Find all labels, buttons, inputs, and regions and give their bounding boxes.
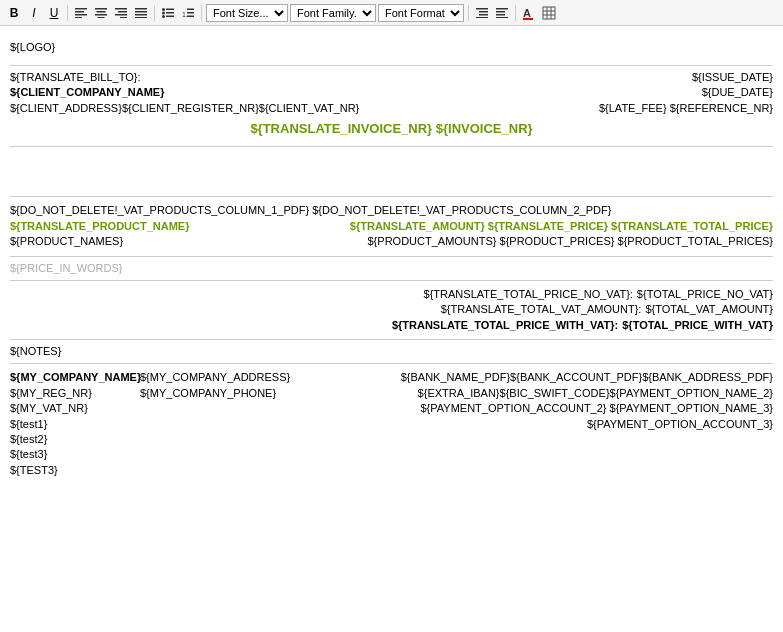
- total-vat-row: ${TRANSLATE_TOTAL_VAT_AMOUNT}: ${TOTAL_V…: [10, 302, 773, 317]
- svg-rect-23: [187, 8, 194, 10]
- separator-4: [468, 5, 469, 21]
- notes-section: ${NOTES}: [10, 340, 773, 364]
- align-left-button[interactable]: [72, 4, 90, 22]
- svg-rect-30: [496, 8, 508, 10]
- svg-point-16: [162, 8, 165, 11]
- my-vat-nr: ${MY_VAT_NR}: [10, 402, 88, 414]
- svg-text:A: A: [523, 7, 531, 19]
- text-color-button[interactable]: A: [520, 4, 538, 22]
- svg-rect-25: [187, 15, 194, 17]
- svg-rect-10: [115, 14, 127, 16]
- separator-2: [154, 5, 155, 21]
- content-area: ${LOGO} ${TRANSLATE_BILL_TO}: ${ISSUE_DA…: [0, 26, 783, 492]
- client-address: ${CLIENT_ADDRESS}${CLIENT_REGISTER_NR}${…: [10, 101, 359, 116]
- my-company-name: ${MY_COMPANY_NAME}: [10, 371, 141, 383]
- footer-col-1: ${MY_COMPANY_NAME} ${MY_REG_NR} ${MY_VAT…: [10, 370, 140, 478]
- test2: ${test2}: [10, 433, 47, 445]
- products-col1-header: ${DO_NOT_DELETE!_VAT_PRODUCTS_COLUMN_1_P…: [10, 203, 611, 218]
- footer-col-3: ${BANK_NAME_PDF}${BANK_ACCOUNT_PDF}${BAN…: [300, 370, 773, 478]
- svg-rect-5: [97, 11, 106, 13]
- align-center-button[interactable]: [92, 4, 110, 22]
- svg-point-20: [162, 15, 165, 18]
- logo-section: ${LOGO}: [10, 34, 773, 66]
- font-format-select[interactable]: Font Format: [378, 4, 464, 22]
- align-justify-button[interactable]: [132, 4, 150, 22]
- svg-rect-28: [479, 14, 488, 16]
- svg-rect-9: [118, 11, 127, 13]
- svg-rect-3: [75, 17, 82, 18]
- svg-rect-33: [496, 17, 508, 18]
- svg-rect-29: [476, 17, 488, 18]
- bank-name-pdf: ${BANK_NAME_PDF}${BANK_ACCOUNT_PDF}${BAN…: [401, 371, 773, 383]
- font-family-select[interactable]: Font Family.: [290, 4, 376, 22]
- list-ol-icon: 1.: [182, 8, 194, 18]
- bill-date-row: ${TRANSLATE_BILL_TO}: ${ISSUE_DATE}: [10, 70, 773, 85]
- svg-rect-15: [135, 17, 147, 18]
- billing-section: ${TRANSLATE_BILL_TO}: ${ISSUE_DATE} ${CL…: [10, 66, 773, 147]
- svg-rect-32: [496, 14, 505, 16]
- svg-rect-0: [75, 8, 87, 10]
- italic-button[interactable]: I: [25, 4, 43, 22]
- test1: ${test1}: [10, 418, 47, 430]
- svg-rect-1: [75, 11, 84, 13]
- table-button[interactable]: [540, 4, 558, 22]
- product-names: ${PRODUCT_NAMES}: [10, 234, 123, 249]
- late-ref: ${LATE_FEE} ${REFERENCE_NR}: [599, 101, 773, 116]
- svg-rect-13: [135, 11, 147, 13]
- TEST3: ${TEST3}: [10, 464, 58, 476]
- products-data-row: ${PRODUCT_NAMES} ${PRODUCT_AMOUNTS} ${PR…: [10, 234, 773, 249]
- align-right2-button[interactable]: [493, 4, 511, 22]
- payment-option-account-3: ${PAYMENT_OPTION_ACCOUNT_3}: [587, 418, 773, 430]
- svg-rect-31: [496, 11, 505, 13]
- my-reg-nr: ${MY_REG_NR}: [10, 387, 92, 399]
- my-company-phone: ${MY_COMPANY_PHONE}: [140, 387, 276, 399]
- footer-section: ${MY_COMPANY_NAME} ${MY_REG_NR} ${MY_VAT…: [10, 364, 773, 484]
- price-words-section: ${PRICE_IN_WORDS}: [10, 257, 773, 281]
- list-ul-button[interactable]: [159, 4, 177, 22]
- table-icon: [542, 6, 556, 20]
- total-with-vat-value: ${TOTAL_PRICE_WITH_VAT}: [622, 318, 773, 333]
- svg-rect-7: [98, 17, 105, 18]
- products-section: ${DO_NOT_DELETE!_VAT_PRODUCTS_COLUMN_1_P…: [10, 197, 773, 256]
- due-date: ${DUE_DATE}: [702, 85, 773, 100]
- svg-rect-27: [479, 11, 488, 13]
- total-no-vat-label: ${TRANSLATE_TOTAL_PRICE_NO_VAT}:: [424, 287, 633, 302]
- products-labels-row: ${TRANSLATE_PRODUCT_NAME} ${TRANSLATE_AM…: [10, 219, 773, 234]
- svg-rect-36: [543, 7, 555, 19]
- svg-rect-8: [115, 8, 127, 10]
- address-lateref-row: ${CLIENT_ADDRESS}${CLIENT_REGISTER_NR}${…: [10, 101, 773, 116]
- svg-rect-17: [166, 8, 174, 10]
- notes: ${NOTES}: [10, 345, 61, 357]
- font-size-select[interactable]: Font Size...: [206, 4, 288, 22]
- separator-1: [67, 5, 68, 21]
- company-duedate-row: ${CLIENT_COMPANY_NAME} ${DUE_DATE}: [10, 85, 773, 100]
- total-with-vat-row: ${TRANSLATE_TOTAL_PRICE_WITH_VAT}: ${TOT…: [10, 318, 773, 333]
- total-no-vat-value: ${TOTAL_PRICE_NO_VAT}: [637, 287, 773, 302]
- text-color-icon: A: [522, 6, 536, 20]
- my-company-address: ${MY_COMPANY_ADDRESS}: [140, 371, 290, 383]
- svg-rect-4: [95, 8, 107, 10]
- svg-rect-14: [135, 14, 147, 16]
- total-vat-value: ${TOTAL_VAT_AMOUNT}: [645, 302, 773, 317]
- invoice-nr-line: ${TRANSLATE_INVOICE_NR} ${INVOICE_NR}: [10, 120, 773, 138]
- bold-button[interactable]: B: [5, 4, 23, 22]
- logo-line: ${LOGO}: [10, 40, 773, 55]
- svg-rect-6: [95, 14, 107, 16]
- products-header-row: ${DO_NOT_DELETE!_VAT_PRODUCTS_COLUMN_1_P…: [10, 203, 773, 218]
- align-left2-button[interactable]: [473, 4, 491, 22]
- bill-to-label: ${TRANSLATE_BILL_TO}:: [10, 70, 140, 85]
- total-with-vat-label: ${TRANSLATE_TOTAL_PRICE_WITH_VAT}:: [392, 318, 618, 333]
- svg-rect-12: [135, 8, 147, 10]
- align-left-icon: [75, 8, 87, 18]
- payment-option-account-2: ${PAYMENT_OPTION_ACCOUNT_2} ${PAYMENT_OP…: [420, 402, 773, 414]
- svg-point-18: [162, 11, 165, 14]
- separator-5: [515, 5, 516, 21]
- svg-rect-2: [75, 14, 87, 16]
- test3: ${test3}: [10, 448, 47, 460]
- underline-button[interactable]: U: [45, 4, 63, 22]
- align-right-button[interactable]: [112, 4, 130, 22]
- products-right-header: ${TRANSLATE_AMOUNT} ${TRANSLATE_PRICE} $…: [350, 219, 773, 234]
- list-ol-button[interactable]: 1.: [179, 4, 197, 22]
- products-right-data: ${PRODUCT_AMOUNTS} ${PRODUCT_PRICES} ${P…: [368, 234, 774, 249]
- price-in-words: ${PRICE_IN_WORDS}: [10, 262, 122, 274]
